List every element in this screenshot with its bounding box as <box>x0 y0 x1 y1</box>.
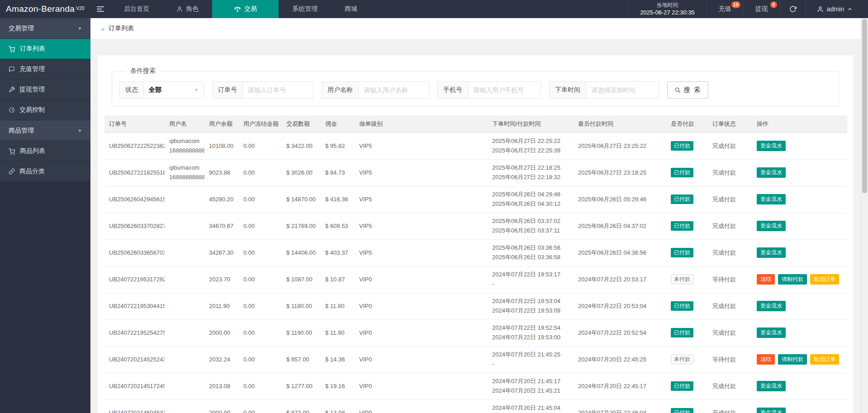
paid-badge: 已付款 <box>671 248 693 257</box>
sidebar-item-商品分类[interactable]: 商品分类 <box>0 161 90 182</box>
cell-balance: 2000.00 <box>204 319 239 346</box>
cancel-order-button[interactable]: 取消订单 <box>810 274 839 285</box>
cell-frozen-amount: 0.00 <box>239 133 282 159</box>
unpaid-badge: 未付款 <box>671 355 693 364</box>
status-select[interactable]: 全部 ▼ <box>144 82 204 98</box>
username-filter-group: 用户名称 <box>322 81 429 99</box>
nav-item-商城[interactable]: 商城 <box>331 0 371 18</box>
column-header: 交易数额 <box>282 115 321 133</box>
nav-item-角色[interactable]: 角色 <box>163 0 212 18</box>
fund-flow-button[interactable]: 资金流水 <box>757 141 786 151</box>
fund-flow-button[interactable]: 资金流水 <box>757 328 786 338</box>
cell-username <box>165 399 204 413</box>
paid-badge: 已付款 <box>671 195 693 204</box>
cell-trade-amount: $ 1190.00 <box>282 319 321 346</box>
order-no-input[interactable] <box>243 82 313 98</box>
fund-flow-button[interactable]: 资金流水 <box>757 247 786 258</box>
username-input[interactable] <box>359 82 429 98</box>
menu-toggle-icon[interactable] <box>90 0 110 18</box>
recharge-button[interactable]: 充值 15 <box>707 0 743 18</box>
column-header: 操作 <box>752 115 847 133</box>
fund-flow-button[interactable]: 资金流水 <box>757 221 786 231</box>
refresh-button[interactable] <box>780 0 806 18</box>
sidebar-item-label: 商品分类 <box>19 167 45 176</box>
status-filter-label: 状态 <box>120 82 144 98</box>
sidebar-item-商品列表[interactable]: 商品列表 <box>0 141 90 161</box>
table-row: UB250626033656703134267.300.00$ 14406.00… <box>104 239 847 266</box>
sidebar-group-label: 商品管理 <box>9 127 34 135</box>
cell-username <box>165 266 204 293</box>
cell-trade-amount: $ 21769.00 <box>282 213 321 239</box>
cell-order-status: 完成付款 <box>708 373 752 399</box>
fund-flow-button[interactable]: 资金流水 <box>757 301 786 311</box>
cell-trade-amount: $ 14870.00 <box>282 186 321 213</box>
cell-vip-level: VIP0 <box>355 319 488 346</box>
cell-vip-level: VIP5 <box>355 133 488 159</box>
cell-balance: 34670.67 <box>204 213 239 239</box>
cell-commission: $ 403.37 <box>321 239 355 266</box>
fund-flow-button[interactable]: 资金流水 <box>757 408 786 413</box>
page-scrollbar-thumb[interactable] <box>862 19 867 193</box>
table-row: UB250626033702827734670.670.00$ 21769.00… <box>104 213 847 239</box>
fund-flow-button[interactable]: 资金流水 <box>757 167 786 178</box>
cell-actions: 资金流水 <box>752 239 847 266</box>
pay-time: 2024年07月22日 19:53:09 <box>492 306 569 315</box>
fund-flow-button[interactable]: 资金流水 <box>757 194 786 204</box>
paid-badge: 已付款 <box>671 301 693 311</box>
order-time: 2025年06月27日 22:25:22 <box>492 137 569 146</box>
breadcrumb-current: 订单列表 <box>109 24 134 33</box>
nav-item-交易[interactable]: 交易 <box>212 0 279 18</box>
gauge-icon <box>9 107 15 113</box>
cell-order-pay-time: 2024年07月20日 21:45:172024年07月20日 21:45:21 <box>488 373 574 399</box>
cancel-order-button[interactable]: 取消订单 <box>810 354 839 365</box>
orders-table-header-row: 订单号用户名用户余额用户冻结金额交易数额佣金做单级别下单时间/付款时间最后付款时… <box>104 115 847 133</box>
cell-balance: 2011.90 <box>204 293 239 319</box>
order-time: 2025年06月27日 22:18:25 <box>492 163 569 172</box>
cell-actions: 冻结强制付款取消订单 <box>752 266 847 293</box>
fund-flow-button[interactable]: 资金流水 <box>757 381 786 391</box>
cell-commission: $ 11.90 <box>321 319 355 346</box>
nav-item-label: 后台首页 <box>124 5 149 13</box>
order-time-filter-group: 下单时间 <box>549 81 659 99</box>
sidebar-item-交易控制[interactable]: 交易控制 <box>0 100 90 120</box>
comment-icon <box>9 66 15 72</box>
cell-trade-amount: $ 14406.00 <box>282 239 321 266</box>
sidebar-item-充值管理[interactable]: 充值管理 <box>0 59 90 80</box>
phone-filter-label: 手机号 <box>438 82 468 98</box>
cell-balance: 2013.08 <box>204 373 239 399</box>
cell-vip-level: VIP5 <box>355 213 488 239</box>
nav-item-系统管理[interactable]: 系统管理 <box>279 0 331 18</box>
paid-badge: 已付款 <box>671 408 693 413</box>
user-menu[interactable]: admin <box>806 0 868 18</box>
sidebar-item-提现管理[interactable]: 提现管理 <box>0 80 90 100</box>
order-time-input[interactable] <box>586 82 659 98</box>
table-row: UB24072021451724962013.080.00$ 1277.00$ … <box>104 373 847 399</box>
cell-frozen-amount: 0.00 <box>239 159 282 186</box>
sidebar-group-商品管理[interactable]: 商品管理▼ <box>0 120 90 141</box>
sidebar-item-订单列表[interactable]: 订单列表 <box>0 39 90 59</box>
cell-last-pay-time: 2024年07月22日 20:53:04 <box>574 293 666 319</box>
phone-input[interactable] <box>468 82 541 98</box>
top-navbar: Amazon-BerandaV20 后台首页角色交易系统管理商城 当地时间 20… <box>0 0 868 18</box>
cell-paid-flag: 已付款 <box>666 159 708 186</box>
breadcrumb-separator-icon: » <box>101 25 104 33</box>
column-header: 下单时间/付款时间 <box>488 115 574 133</box>
cell-paid-flag: 已付款 <box>666 186 708 213</box>
search-legend: 条件搜索 <box>126 67 160 75</box>
cell-username <box>165 293 204 319</box>
force-pay-button[interactable]: 强制付款 <box>778 274 807 285</box>
paid-badge: 已付款 <box>671 381 693 391</box>
cell-actions: 资金流水 <box>752 186 847 213</box>
page-scrollbar[interactable] <box>861 18 868 413</box>
cell-last-pay-time: 2024年07月22日 20:53:17 <box>574 266 666 293</box>
withdraw-button[interactable]: 提现 0 <box>743 0 780 18</box>
order-time: 2024年07月22日 19:53:04 <box>492 297 569 306</box>
search-button[interactable]: 搜 索 <box>667 81 708 99</box>
freeze-button[interactable]: 冻结 <box>757 354 775 365</box>
nav-item-后台首页[interactable]: 后台首页 <box>110 0 163 18</box>
cell-commission: $ 609.53 <box>321 213 355 239</box>
force-pay-button[interactable]: 强制付款 <box>778 354 807 365</box>
freeze-button[interactable]: 冻结 <box>757 274 775 285</box>
table-row: UB24072219530441502011.900.00$ 1180.00$ … <box>104 293 847 319</box>
sidebar-group-交易管理[interactable]: 交易管理▼ <box>0 18 90 39</box>
